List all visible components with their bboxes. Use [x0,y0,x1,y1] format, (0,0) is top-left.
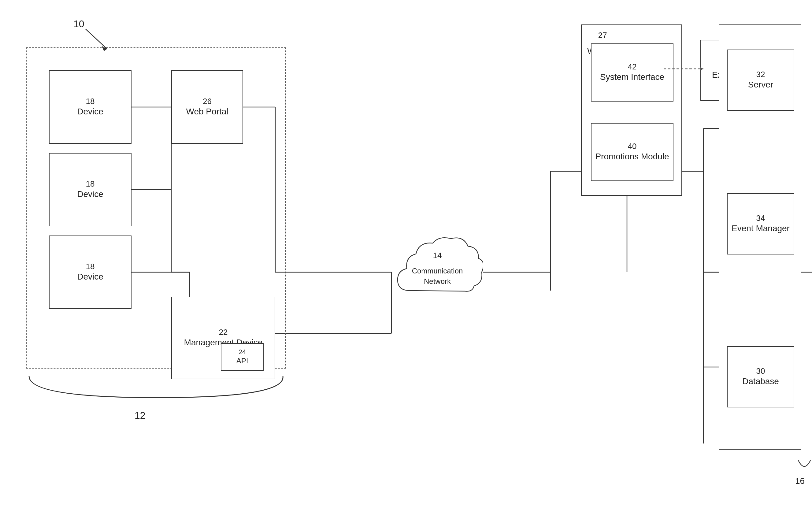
promotions-module-40: 40 Promotions Module [591,123,673,181]
diagram-container: 10 18 Device 18 Device 18 Device 12 26 W… [0,0,812,512]
server-group-16: 32 Server 34 Event Manager 30 Database [719,25,801,450]
group16-label: 16 [795,459,812,486]
system-interface-42: 42 System Interface [591,44,673,102]
group12-label: 12 [135,410,146,421]
mgmt-device-22: 22 Management Device 24 API [171,297,275,379]
server-32: 32 Server [727,50,794,111]
database-30: 30 Database [727,346,794,407]
svg-line-27 [86,29,107,49]
web-portal-26: 26 Web Portal [171,70,243,144]
dashed-connection [664,67,703,70]
website-27: 27 Website 42 System Interface 40 Promot… [581,25,682,196]
api-24: 24 API [221,343,264,371]
event-manager-34: 34 Event Manager [727,193,794,254]
comm-network-14: 14 CommunicationNetwork [392,232,483,312]
svg-marker-30 [700,67,703,70]
group16-curve [795,459,812,474]
